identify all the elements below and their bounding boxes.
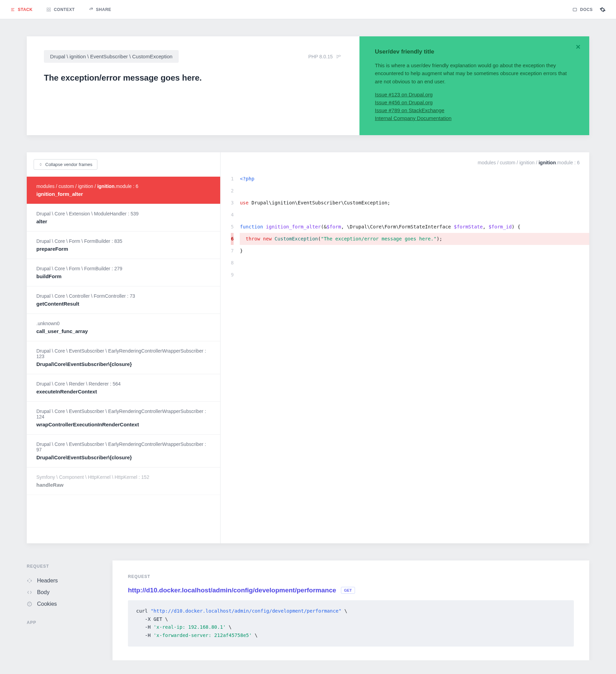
frame-function: prepareForm — [36, 246, 211, 252]
nav-share[interactable]: SHARE — [88, 7, 111, 12]
stack-frame[interactable]: Drupal \ Core \ Render \ Renderer : 564e… — [27, 374, 220, 402]
nav-stack[interactable]: STACK — [10, 7, 33, 12]
http-method-badge: GET — [341, 587, 355, 594]
context-nav-body[interactable]: Body — [27, 587, 99, 598]
svg-point-7 — [29, 604, 29, 605]
context-nav-headers[interactable]: Headers — [27, 575, 99, 587]
nav-context-label: CONTEXT — [54, 7, 75, 12]
frame-path: Drupal \ Core \ EventSubscriber \ EarlyR… — [36, 441, 211, 452]
collapse-vendor-button[interactable]: Collapse vendor frames — [34, 159, 97, 170]
code-file-header: modules / custom / ignition / ignition.m… — [221, 152, 589, 173]
frame-path: .unknown0 — [36, 321, 211, 326]
frame-function: call_user_func_array — [36, 328, 211, 334]
stack-frame[interactable]: Drupal \ Core \ Extension \ ModuleHandle… — [27, 204, 220, 232]
nav-docs-label: DOCS — [580, 7, 593, 12]
nav-docs[interactable]: DOCS — [572, 7, 593, 12]
exception-class: Drupal \ ignition \ EventSubscriber \ Cu… — [44, 50, 179, 63]
context-nav-app-heading: APP — [27, 620, 99, 625]
frame-path: Drupal \ Core \ Form \ FormBuilder : 279 — [36, 266, 211, 271]
close-icon[interactable]: ✕ — [576, 43, 581, 51]
svg-point-6 — [29, 603, 30, 604]
solution-link[interactable]: Internal Company Documentation — [375, 115, 574, 121]
frame-path: Drupal \ Core \ Form \ FormBuilder : 835 — [36, 238, 211, 244]
frame-function: wrapControllerExecutionInRenderContext — [36, 422, 211, 427]
frame-function: buildForm — [36, 273, 211, 279]
svg-point-4 — [27, 602, 32, 606]
nav-share-label: SHARE — [96, 7, 111, 12]
nav-stack-label: STACK — [18, 7, 33, 12]
stack-frame[interactable]: Drupal \ Core \ Form \ FormBuilder : 279… — [27, 259, 220, 286]
frame-path: Drupal \ Core \ EventSubscriber \ EarlyR… — [36, 409, 211, 419]
frame-path: Symfony \ Component \ HttpKernel \ HttpK… — [36, 474, 211, 480]
stack-frame[interactable]: modules / custom / ignition / ignition.m… — [27, 177, 220, 204]
headers-icon — [27, 578, 32, 583]
frame-function: ignition_form_alter — [36, 191, 211, 197]
nav-context[interactable]: CONTEXT — [46, 7, 75, 12]
stack-frame[interactable]: Drupal \ Core \ EventSubscriber \ EarlyR… — [27, 341, 220, 374]
svg-rect-3 — [573, 8, 577, 11]
code-gutter: 123456789 — [221, 173, 240, 281]
solution-panel: ✕ User/dev friendly title This is where … — [359, 36, 589, 135]
stack-frame[interactable]: Drupal \ Core \ EventSubscriber \ EarlyR… — [27, 402, 220, 435]
curl-command: curl "http://d10.docker.localhost/admin/… — [128, 600, 574, 647]
frame-path: modules / custom / ignition / ignition.m… — [36, 184, 211, 189]
frames-list: Collapse vendor frames modules / custom … — [27, 152, 221, 543]
frame-path: Drupal \ Core \ Extension \ ModuleHandle… — [36, 211, 211, 216]
code-lines: <?php use Drupal\ignition\EventSubscribe… — [240, 173, 589, 281]
frame-function: getContentResult — [36, 301, 211, 307]
hero-panel: PHP 8.0.15 Drupal \ ignition \ EventSubs… — [27, 36, 589, 135]
context-nav-cookies[interactable]: Cookies — [27, 598, 99, 610]
stack-icon — [10, 7, 15, 12]
stack-frame[interactable]: Symfony \ Component \ HttpKernel \ HttpK… — [27, 468, 220, 495]
docs-icon — [572, 7, 577, 12]
frame-function: handleRaw — [36, 482, 211, 488]
solution-link[interactable]: Issue #789 on StackExchange — [375, 107, 574, 113]
frame-function: alter — [36, 218, 211, 224]
frame-path: Drupal \ Core \ Controller \ FormControl… — [36, 293, 211, 299]
context-body: REQUEST http://d10.docker.localhost/admi… — [112, 560, 589, 660]
collapse-label: Collapse vendor frames — [45, 162, 92, 167]
laravel-icon — [336, 54, 342, 60]
svg-point-5 — [28, 603, 29, 604]
frame-function: Drupal\Core\EventSubscriber\{closure} — [36, 454, 211, 460]
php-version: PHP 8.0.15 — [308, 54, 342, 60]
cookies-icon — [27, 601, 32, 607]
stack-frame[interactable]: Drupal \ Core \ Form \ FormBuilder : 835… — [27, 232, 220, 259]
frame-path: Drupal \ Core \ EventSubscriber \ EarlyR… — [36, 348, 211, 359]
stack-panel: Collapse vendor frames modules / custom … — [27, 152, 589, 543]
error-message: The exception/error message goes here. — [44, 73, 342, 83]
solution-body: This is where a user/dev friendly explan… — [375, 61, 574, 85]
stack-frame[interactable]: Drupal \ Core \ Controller \ FormControl… — [27, 286, 220, 314]
solution-title: User/dev friendly title — [375, 48, 574, 55]
context-nav-request-heading: REQUEST — [27, 564, 99, 569]
body-icon — [27, 590, 32, 595]
topbar: STACK CONTEXT SHARE DOCS — [0, 0, 616, 19]
frame-path: Drupal \ Core \ Render \ Renderer : 564 — [36, 381, 211, 387]
context-section: REQUEST Headers Body Cookies APP REQUEST… — [27, 560, 589, 660]
context-nav: REQUEST Headers Body Cookies APP — [27, 560, 99, 660]
frame-function: executeInRenderContext — [36, 389, 211, 394]
request-url: http://d10.docker.localhost/admin/config… — [128, 587, 336, 594]
code-area: modules / custom / ignition / ignition.m… — [221, 152, 589, 543]
collapse-icon — [39, 163, 43, 166]
share-icon — [88, 7, 93, 12]
context-icon — [46, 7, 51, 12]
stack-frame[interactable]: .unknown0call_user_func_array — [27, 314, 220, 341]
solution-link[interactable]: Issue #456 on Drupal.org — [375, 99, 574, 105]
solution-link[interactable]: Issue #123 on Drupal.org — [375, 92, 574, 97]
frame-function: Drupal\Core\EventSubscriber\{closure} — [36, 361, 211, 367]
context-section-heading: REQUEST — [128, 574, 574, 579]
stack-frame[interactable]: Drupal \ Core \ EventSubscriber \ EarlyR… — [27, 435, 220, 468]
gear-icon[interactable] — [600, 7, 606, 13]
